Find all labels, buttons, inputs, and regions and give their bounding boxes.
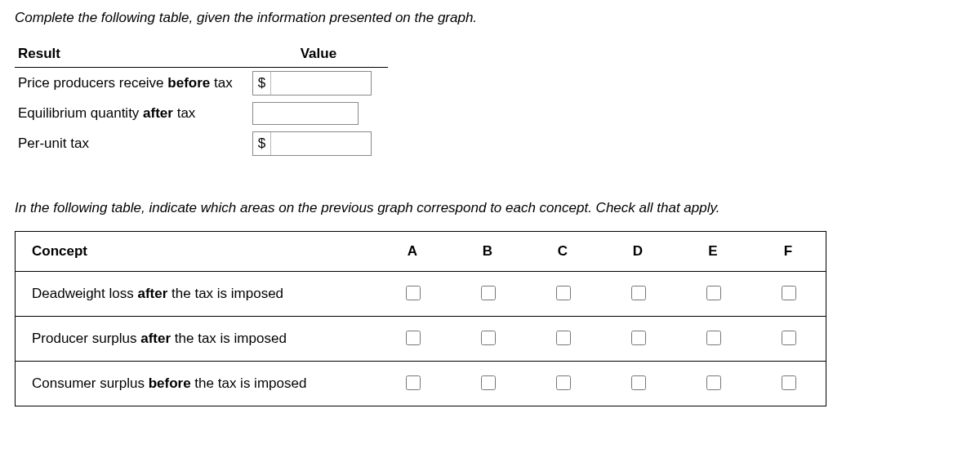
price-before-tax-input-wrap: $ [252,71,372,95]
cs-C-checkbox[interactable] [556,375,571,390]
cs-D-checkbox[interactable] [631,375,646,390]
per-unit-tax-input[interactable] [271,132,371,155]
concept-row-label: Deadweight loss after the tax is imposed [16,272,376,317]
concept-row-label: Consumer surplus before the tax is impos… [16,362,376,406]
concept-row-label: Producer surplus after the tax is impose… [16,317,376,362]
dollar-prefix: $ [253,72,271,95]
cs-F-checkbox[interactable] [782,375,796,390]
value-row-label: Per-unit tax [15,128,249,159]
col-A: A [375,232,450,272]
col-B: B [450,232,525,272]
value-table: Result Value Price producers receive bef… [15,41,388,159]
value-table-header-value: Value [249,41,388,68]
value-row-label: Equilibrium quantity after tax [15,99,249,128]
price-before-tax-input[interactable] [271,72,371,95]
cs-A-checkbox[interactable] [406,375,421,390]
concept-table: Concept A B C D E F Deadweight loss afte… [15,231,826,406]
ps-D-checkbox[interactable] [631,331,646,345]
value-table-header-result: Result [15,41,249,68]
value-row-label: Price producers receive before tax [15,68,249,100]
dwl-A-checkbox[interactable] [406,286,421,300]
cs-E-checkbox[interactable] [706,375,721,390]
cs-B-checkbox[interactable] [481,375,496,390]
ps-C-checkbox[interactable] [556,331,571,345]
ps-F-checkbox[interactable] [782,331,796,345]
dwl-D-checkbox[interactable] [631,286,646,300]
col-E: E [675,232,751,272]
col-C: C [525,232,600,272]
dwl-F-checkbox[interactable] [782,286,796,300]
per-unit-tax-input-wrap: $ [252,131,372,156]
dwl-E-checkbox[interactable] [706,286,721,300]
ps-B-checkbox[interactable] [481,331,496,345]
ps-E-checkbox[interactable] [706,331,721,345]
equilibrium-qty-after-input[interactable] [252,102,359,125]
dwl-B-checkbox[interactable] [481,286,496,300]
col-D: D [600,232,675,272]
concept-header: Concept [16,232,376,272]
col-F: F [751,232,826,272]
instruction-1: Complete the following table, given the … [15,10,965,26]
ps-A-checkbox[interactable] [406,331,421,345]
dwl-C-checkbox[interactable] [556,286,571,300]
dollar-prefix: $ [253,132,271,155]
instruction-2: In the following table, indicate which a… [15,200,965,216]
